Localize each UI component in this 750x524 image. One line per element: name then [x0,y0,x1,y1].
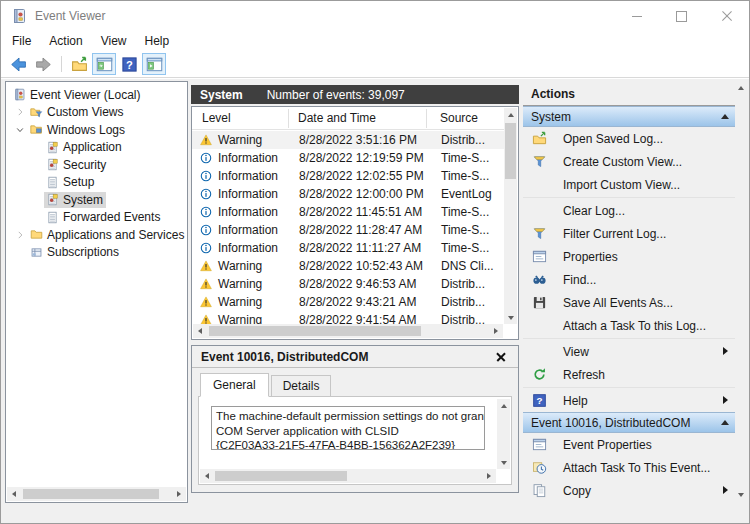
scroll-down-arrow[interactable] [735,488,747,501]
chevron-right-icon[interactable] [11,229,28,241]
submenu-arrow-icon [723,347,728,355]
column-separator[interactable] [288,109,289,128]
action-import-custom-view[interactable]: Import Custom View... [523,173,737,196]
tree-item-subscriptions[interactable]: Subscriptions [6,244,187,262]
tree-horizontal-scrollbar[interactable] [7,487,186,501]
tree-item-custom-views[interactable]: Custom Views [6,104,187,122]
action-event-properties[interactable]: Event Properties [523,433,737,456]
scroll-right-arrow[interactable] [489,324,503,338]
subscriptions-icon [30,246,43,259]
scrollbar-thumb[interactable] [505,123,516,179]
tab-details[interactable]: Details [271,375,332,397]
tree-item-security[interactable]: Security [6,156,187,174]
event-row[interactable]: Information8/28/2022 11:11:27 AMTime-S..… [192,239,504,257]
scroll-up-arrow[interactable] [504,108,517,121]
scroll-up-arrow[interactable] [497,399,510,412]
scroll-left-arrow[interactable] [7,487,21,501]
close-button[interactable] [704,1,749,31]
scroll-left-arrow[interactable] [193,324,207,338]
menu-help[interactable]: Help [136,32,179,50]
scrollbar-thumb[interactable] [215,471,347,481]
show-hide-console-tree-button[interactable] [92,53,116,75]
column-separator[interactable] [426,109,427,128]
back-button[interactable] [6,53,30,75]
action-refresh[interactable]: Refresh [523,363,737,386]
preview-horizontal-scrollbar[interactable] [200,469,496,483]
action-filter-current-log[interactable]: Filter Current Log... [523,222,737,245]
log-icon [46,158,59,171]
scroll-left-arrow[interactable] [200,469,214,483]
action-save-all-events-as[interactable]: Save All Events As... [523,291,737,314]
event-row[interactable]: Warning8/28/2022 3:51:16 PMDistrib... [192,131,504,149]
help-icon [532,393,547,408]
folder-icon [30,228,43,241]
action-help[interactable]: Help [523,389,737,412]
action-find[interactable]: Find... [523,268,737,291]
log-icon [46,193,59,206]
help-button[interactable] [117,53,141,75]
open-saved-log-button[interactable] [67,53,91,75]
submenu-arrow-icon [723,486,728,494]
tab-general[interactable]: General [200,373,269,397]
event-list-horizontal-scrollbar[interactable] [193,324,503,338]
toolbar-separator [61,56,62,72]
scroll-up-arrow[interactable] [735,81,747,94]
action-properties[interactable]: Properties [523,245,737,268]
event-row[interactable]: Information8/28/2022 11:28:47 AMTime-S..… [192,221,504,239]
scroll-right-arrow[interactable] [482,469,496,483]
event-row[interactable]: Information8/28/2022 12:00:00 PMEventLog [192,185,504,203]
action-attach-task-to-log[interactable]: Attach a Task To this Log... [523,314,737,337]
column-header-level[interactable]: Level [202,111,231,125]
actions-vertical-scrollbar[interactable] [735,81,747,501]
action-copy[interactable]: Copy [523,479,737,502]
event-row[interactable]: Warning8/28/2022 9:41:54 AMDistrib... [192,311,504,325]
event-row[interactable]: Warning8/28/2022 9:43:21 AMDistrib... [192,293,504,311]
event-row[interactable]: Information8/28/2022 11:45:51 AMTime-S..… [192,203,504,221]
actions-section-system[interactable]: System [523,106,737,127]
action-clear-log[interactable]: Clear Log... [523,199,737,222]
tree-item-application[interactable]: Application [6,139,187,157]
collapse-arrow-icon[interactable] [721,420,729,425]
minimize-button[interactable] [614,1,659,31]
column-header-source[interactable]: Source [440,111,478,125]
preview-vertical-scrollbar[interactable] [497,399,510,469]
task-clock-icon [532,460,547,475]
action-view[interactable]: View [523,340,737,363]
chevron-right-icon[interactable] [11,106,28,118]
scroll-down-arrow[interactable] [497,456,510,469]
close-preview-icon[interactable] [493,349,509,365]
scrollbar-thumb[interactable] [209,326,421,336]
log-name: System [200,88,243,102]
information-icon [200,170,212,182]
event-row[interactable]: Warning8/28/2022 9:46:53 AMDistrib... [192,275,504,293]
column-header-date-and-time[interactable]: Date and Time [298,111,376,125]
chevron-down-icon[interactable] [11,124,28,136]
folder-filter-icon [30,106,43,119]
tree-item-setup[interactable]: Setup [6,174,187,192]
event-row[interactable]: Information8/28/2022 12:19:59 PMTime-S..… [192,149,504,167]
scroll-down-arrow[interactable] [504,311,517,324]
action-create-custom-view[interactable]: Create Custom View... [523,150,737,173]
scrollbar-thumb[interactable] [23,489,159,499]
event-list-vertical-scrollbar[interactable] [504,108,517,324]
properties-icon [532,249,547,264]
actions-section-event-10016[interactable]: Event 10016, DistributedCOM [523,412,737,433]
tree-item-system[interactable]: System [6,191,187,209]
tree-item-event-viewer-local[interactable]: Event Viewer (Local) [6,86,187,104]
event-row[interactable]: Information8/28/2022 12:02:55 PMTime-S..… [192,167,504,185]
maximize-button[interactable] [659,1,704,31]
menu-action[interactable]: Action [40,32,91,50]
forward-button[interactable] [31,53,55,75]
tree-item-forwarded-events[interactable]: Forwarded Events [6,209,187,227]
menu-view[interactable]: View [92,32,136,50]
tree-item-windows-logs[interactable]: Windows Logs [6,121,187,139]
tree-item-applications-and-services-logs[interactable]: Applications and Services Logs [6,226,187,244]
action-attach-task-to-event[interactable]: Attach Task To This Event... [523,456,737,479]
action-open-saved-log[interactable]: Open Saved Log... [523,127,737,150]
event-row[interactable]: Warning8/28/2022 10:52:43 AMDNS Cli... [192,257,504,275]
menu-file[interactable]: File [3,32,40,50]
show-hide-action-pane-button[interactable] [142,53,166,75]
collapse-arrow-icon[interactable] [721,114,729,119]
event-description-text[interactable]: The machine-default permission settings … [211,406,485,450]
scroll-right-arrow[interactable] [172,487,186,501]
